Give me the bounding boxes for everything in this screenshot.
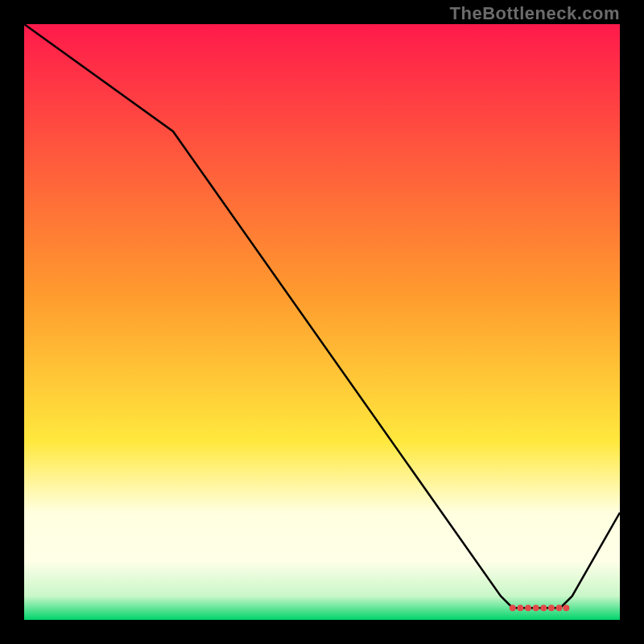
optimal-marker bbox=[533, 605, 539, 611]
optimal-marker bbox=[556, 605, 563, 611]
chart-svg bbox=[24, 24, 620, 620]
optimal-marker bbox=[548, 605, 555, 611]
optimal-marker bbox=[517, 605, 523, 611]
gradient-background bbox=[24, 24, 620, 620]
optimal-marker bbox=[540, 605, 547, 611]
chart-frame: TheBottleneck.com bbox=[0, 0, 644, 644]
optimal-marker bbox=[510, 605, 516, 611]
plot-area bbox=[24, 24, 620, 620]
optimal-marker bbox=[563, 605, 569, 611]
optimal-marker bbox=[525, 605, 531, 611]
watermark-label: TheBottleneck.com bbox=[450, 3, 620, 24]
